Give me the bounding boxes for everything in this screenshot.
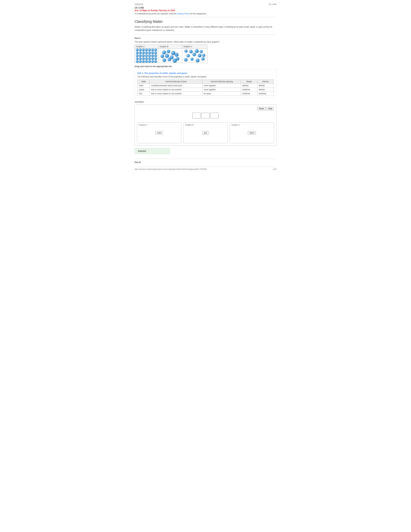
sphere	[154, 48, 157, 51]
reset-button[interactable]: Reset	[257, 107, 266, 110]
sphere	[136, 60, 139, 63]
gas-spheres	[184, 49, 206, 62]
sphere	[165, 54, 169, 58]
sphere	[154, 57, 157, 60]
sphere	[142, 57, 145, 60]
sphere	[167, 50, 170, 53]
row-liquid-volume: definite	[257, 88, 273, 92]
drop-zones-row	[137, 113, 274, 118]
graphic-a-image	[136, 49, 157, 62]
bin-graphic-b[interactable]: Graphic B gas	[183, 122, 228, 143]
correct-badge: Correct	[135, 148, 170, 154]
sphere	[168, 58, 171, 61]
sphere	[154, 51, 157, 54]
row-gas-motion: free to move relative to one another	[150, 92, 202, 96]
intro-rest: is anything that takes up space and has …	[135, 26, 272, 31]
col-motion: Atomic/molecular motion	[150, 80, 202, 84]
grading-suffix: for this assignment.	[190, 13, 206, 15]
row-gas-volume: indefinite	[257, 92, 273, 96]
graphic-b-cell	[159, 48, 182, 63]
sphere	[154, 60, 157, 63]
hint-title-text: The properties of solids, liquids, and g…	[144, 72, 187, 74]
row-solid-shape: definite	[241, 84, 257, 88]
sphere	[139, 60, 142, 63]
grading-prefix: To understand how points are awarded, re…	[135, 13, 176, 15]
hint-box: Hint 1. The properties of solids, liquid…	[135, 69, 276, 98]
help-button[interactable]: Help	[266, 107, 274, 110]
sphere	[142, 48, 145, 51]
footer-page: 1/18	[273, 168, 276, 170]
sphere	[136, 51, 139, 54]
row-liquid-spacing: close together	[202, 88, 241, 92]
row-solid-volume: definite	[257, 84, 273, 88]
grading-policy-link[interactable]: Grading Policy	[177, 13, 189, 15]
sphere	[198, 54, 201, 57]
sphere	[139, 54, 142, 57]
sphere	[148, 51, 151, 54]
row-gas-spacing: far apart	[202, 92, 241, 96]
sphere	[139, 48, 142, 51]
sphere	[196, 58, 200, 62]
sphere	[142, 51, 145, 54]
col-volume: Volume	[257, 80, 273, 84]
sphere	[151, 48, 154, 51]
sphere	[148, 60, 151, 63]
sphere	[151, 51, 154, 54]
sphere	[139, 57, 142, 60]
sphere	[145, 60, 148, 63]
sphere	[184, 58, 188, 62]
graphic-b-image	[160, 49, 181, 62]
liquid-spheres	[160, 50, 180, 62]
sphere	[190, 57, 194, 61]
drag-instruction: Drag each item to the appropriate bin.	[135, 65, 276, 67]
bin-graphic-c[interactable]: Graphic C liquid	[230, 122, 274, 143]
top-title: Ch 3 HW	[269, 3, 276, 6]
drop-zone-1[interactable]	[192, 113, 200, 118]
sphere	[142, 54, 145, 57]
drop-zone-2[interactable]	[201, 113, 210, 118]
row-solid-motion: oscillation/vibration about fixed point	[150, 84, 202, 88]
top-bar: 2/26/2019 Ch 3 HW	[135, 3, 276, 6]
sphere	[162, 50, 166, 54]
col-shape: Shape	[241, 80, 257, 84]
sphere	[148, 48, 151, 51]
sphere	[151, 57, 154, 60]
properties-table: State Atomic/molecular motion Atomic/mol…	[137, 79, 274, 96]
row-solid-spacing: close together	[202, 84, 241, 88]
grading-policy-text: To understand how points are awarded, re…	[135, 13, 276, 15]
solid-spheres	[135, 48, 158, 64]
footer-url: https://session.masteringchemistry.com/m…	[135, 168, 206, 170]
sphere	[151, 54, 154, 57]
graphic-b-header: Graphic B	[159, 45, 182, 48]
sphere	[195, 49, 199, 53]
liquid-tag[interactable]: liquid	[248, 131, 256, 135]
sphere	[145, 57, 148, 60]
sphere	[162, 58, 166, 62]
bin-graphic-a[interactable]: Graphic A solid	[137, 122, 181, 143]
row-liquid-state: Liquid	[138, 88, 150, 92]
top-divider	[135, 17, 276, 17]
due-date: Due: 11:59pm on Sunday, February 10, 201…	[135, 9, 276, 12]
graphic-c-image	[183, 49, 206, 62]
answer-box: Reset Help Graphic A solid Graphic B gas…	[135, 104, 276, 146]
hint-title: Hint 1. The properties of solids, liquid…	[137, 72, 274, 74]
graphic-c-cell	[182, 48, 207, 63]
sphere	[151, 60, 154, 63]
sphere	[189, 50, 193, 53]
graphic-a-cell	[135, 48, 159, 63]
sphere	[160, 55, 164, 58]
sphere	[148, 54, 151, 57]
gas-tag[interactable]: gas	[202, 131, 209, 135]
answer-label: ANSWER:	[135, 101, 276, 103]
sphere	[202, 54, 205, 57]
col-spacing: Atomic/molecular spacing	[202, 80, 241, 84]
drop-zone-3[interactable]	[211, 113, 219, 118]
bin-b-label: Graphic B	[185, 124, 194, 126]
bin-a-label: Graphic A	[139, 124, 147, 126]
sphere	[175, 53, 178, 57]
solid-tag[interactable]: solid	[155, 131, 163, 135]
row-gas-state: Gas	[138, 92, 150, 96]
reset-help-row: Reset Help	[137, 107, 274, 110]
part-a-question: The blue spheres below represent atoms. …	[135, 41, 276, 43]
row-gas-shape: indefinite	[241, 92, 257, 96]
